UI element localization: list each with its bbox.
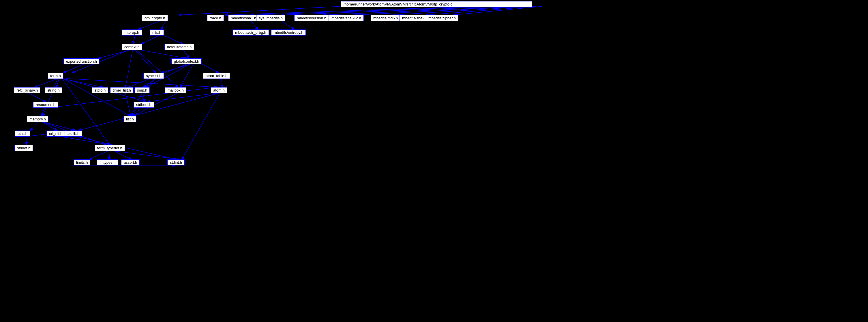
string-h-node: string.h — [45, 87, 62, 93]
inttypes-h-node: inttypes.h — [97, 159, 118, 166]
svg-line-15 — [141, 35, 159, 44]
svg-line-43 — [43, 122, 75, 130]
context-h-node: context.h — [122, 44, 142, 50]
svg-line-4 — [281, 6, 505, 15]
svg-line-24 — [202, 64, 219, 73]
mbedtls-md5-h-node: mbedtls/md5.h — [371, 15, 400, 21]
svg-line-59 — [114, 151, 131, 159]
svg-line-48 — [113, 151, 179, 159]
svg-line-9 — [453, 6, 542, 15]
svg-line-3 — [251, 6, 490, 15]
term-h-node: term.h — [48, 73, 63, 79]
stdlib-h-node: stdlib.h — [65, 130, 82, 137]
nifs-h-node: nifs.h — [150, 29, 164, 35]
svg-line-11 — [281, 21, 294, 29]
svg-line-32 — [56, 79, 59, 87]
otp-crypto-h-node: otp_crypto.h — [142, 15, 168, 21]
svg-line-26 — [180, 64, 193, 87]
svg-line-20 — [138, 50, 187, 58]
svg-line-36 — [66, 79, 218, 87]
svg-line-50 — [109, 151, 110, 159]
resources-h-node: resources.h — [33, 101, 58, 108]
svg-line-60 — [42, 122, 57, 130]
main-file-node: /home/runner/work/AtomVM/AtomVM/src/libA… — [341, 1, 532, 7]
svg-line-64 — [148, 93, 219, 101]
stddef-h-node: stddef.h — [14, 145, 33, 151]
mbedtls-version-h-node: mbedtls/version.h — [294, 15, 329, 21]
limits-h-node: limits.h — [73, 159, 90, 166]
atom-table-h-node: atom_table.h — [203, 73, 230, 79]
svg-line-45 — [26, 136, 27, 145]
stdbool-h-node: stdbool.h — [133, 101, 154, 108]
svg-line-55 — [143, 79, 156, 87]
svg-line-65 — [79, 93, 219, 130]
mbedtls-sha512-h-node: mbedtls/sha512.h — [329, 15, 364, 21]
interop-h-node: interop.h — [122, 29, 142, 35]
svg-line-12 — [138, 21, 160, 29]
svg-line-10 — [251, 21, 258, 29]
svg-line-19 — [135, 50, 156, 73]
trace-h-node: trace.h — [207, 15, 224, 21]
svg-line-22 — [125, 50, 133, 87]
svg-line-29 — [221, 79, 222, 87]
atom-h-node: atom.h — [211, 87, 227, 93]
svg-line-54 — [132, 79, 154, 116]
term-typedef-h-node: term_typedef.h — [95, 145, 125, 151]
stdio-h-node: stdio.h — [92, 87, 108, 93]
svg-line-33 — [62, 79, 103, 87]
globalcontext-h-node: globalcontext.h — [172, 58, 202, 64]
svg-line-21 — [136, 50, 178, 87]
svg-line-66 — [75, 136, 177, 159]
svg-line-17 — [98, 50, 131, 58]
svg-line-46 — [59, 136, 111, 145]
mailbox-h-node: mailbox.h — [165, 87, 186, 93]
svg-line-23 — [183, 50, 189, 58]
svg-line-6 — [355, 6, 525, 15]
svg-line-61 — [143, 93, 145, 101]
mbedtls-sha1-h-node: mbedtls/sha1.h — [228, 15, 259, 21]
svg-line-13 — [161, 21, 166, 29]
smp-h-node: smp.h — [134, 87, 150, 93]
utils-h-node: utils.h — [15, 130, 30, 137]
svg-line-14 — [133, 35, 135, 44]
mbedtls-ctr-drbg-h-node: mbedtls/ctr_drbg.h — [232, 29, 269, 35]
svg-line-30 — [63, 64, 84, 73]
svg-line-38 — [43, 79, 58, 116]
svg-line-49 — [89, 151, 108, 159]
defaultatoms-h-node: defaultatoms.h — [164, 44, 194, 50]
svg-line-37 — [63, 79, 130, 116]
list-h-node: list.h — [123, 116, 136, 122]
assert-h-node: assert.h — [121, 159, 140, 166]
erl-nif-h-node: erl_nif.h — [46, 130, 65, 137]
svg-line-25 — [161, 64, 190, 73]
svg-line-7 — [392, 6, 531, 15]
svg-line-39 — [29, 93, 45, 101]
svg-line-16 — [163, 35, 183, 44]
memory-h-node: memory.h — [27, 116, 49, 122]
svg-line-31 — [35, 79, 58, 87]
sys-mbedtls-h-node: sys_mbedtls.h — [256, 15, 285, 21]
timer-list-h-node: timer_list.h — [110, 87, 133, 93]
svg-line-8 — [426, 6, 536, 15]
synclist-h-node: synclist.h — [143, 73, 164, 79]
svg-line-1 — [179, 6, 340, 15]
svg-line-63 — [182, 93, 220, 159]
svg-line-42 — [30, 122, 38, 130]
svg-line-5 — [323, 6, 519, 15]
svg-line-40 — [41, 108, 45, 116]
mbedtls-cipher-h-node: mbedtls/cipher.h — [426, 15, 458, 21]
stdint-h-node: stdint.h — [167, 159, 185, 166]
mbedtls-entropy-h-node: mbedtls/entropy.h — [271, 29, 306, 35]
exportedfunction-h-node: exportedfunction.h — [63, 58, 99, 64]
refc-binary-h-node: refc_binary.h — [14, 87, 40, 93]
svg-line-2 — [225, 6, 476, 15]
svg-line-57 — [125, 93, 131, 116]
